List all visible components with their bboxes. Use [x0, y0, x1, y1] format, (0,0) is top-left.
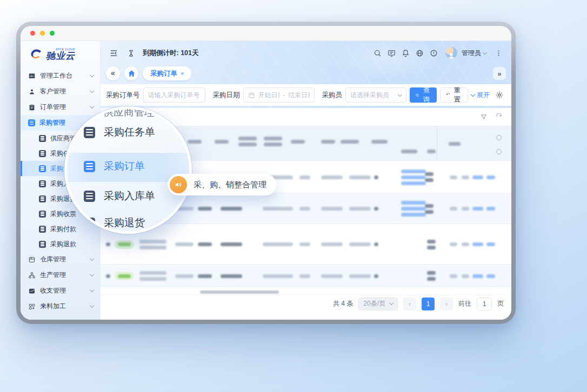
blurred-cell: [221, 207, 242, 211]
column-settings-icon: [496, 149, 502, 154]
double-chevron-right-icon: »: [497, 70, 501, 78]
order-no-input[interactable]: [143, 87, 205, 103]
reset-button[interactable]: 重置: [440, 87, 468, 103]
magnifier-overlay: 供应商管理 采购任务单 采购订单 采购入库单 采购退货: [64, 106, 192, 234]
blurred-cell: [349, 274, 371, 278]
reset-icon: [446, 92, 450, 98]
filter-bar: 采购订单号 采购日期 开始日期 - 结束日期 采购员 请选择采购员: [101, 84, 511, 106]
date-range-input[interactable]: 开始日期 - 结束日期: [243, 87, 315, 103]
goto-page-input[interactable]: [477, 298, 492, 310]
list-icon: [84, 191, 95, 202]
blurred-cell: [401, 170, 426, 173]
goto-label: 前往: [458, 299, 471, 308]
date-end-placeholder: 结束日期: [288, 91, 310, 100]
blurred-cell: [462, 207, 469, 211]
sidebar-item-warehouse[interactable]: 仓库管理: [21, 252, 100, 267]
column-settings-icon: [496, 135, 502, 140]
blurred-cell: [321, 140, 335, 144]
blurred-cell: [486, 175, 495, 179]
sidebar-item-finance[interactable]: 收支管理: [21, 283, 100, 299]
buyer-select[interactable]: 请选择采购员: [345, 87, 406, 103]
customer-icon: [28, 88, 36, 96]
chevron-down-icon: [389, 301, 393, 305]
blurred-cell: [198, 207, 212, 211]
gear-icon[interactable]: [493, 89, 506, 102]
chevron-down-icon: [90, 272, 94, 276]
blurred-cell: [139, 246, 166, 249]
blurred-cell: [263, 274, 293, 278]
blurred-cell: [238, 137, 257, 140]
blurred-cell: [401, 213, 426, 217]
chevron-down-icon: [90, 73, 94, 77]
close-tab-icon[interactable]: ×: [181, 70, 184, 77]
sidebar-item-processing[interactable]: 来料加工: [21, 299, 100, 314]
logo-swoosh-icon: [29, 48, 43, 61]
blurred-cell: [450, 274, 457, 278]
sidebar-item-orders[interactable]: 订单管理: [21, 99, 100, 115]
chevron-down-icon: [90, 104, 94, 109]
date-start-placeholder: 开始日期: [258, 91, 280, 100]
next-page-button[interactable]: ›: [440, 298, 453, 310]
sidebar-item-customers[interactable]: 客户管理: [21, 84, 100, 99]
finance-icon: [28, 287, 36, 295]
expand-filters-button[interactable]: 展开: [471, 91, 490, 100]
blurred-cell: [215, 140, 229, 144]
close-window-icon[interactable]: [30, 31, 35, 36]
magnifier-item-purchase-task[interactable]: 采购任务单: [84, 125, 155, 139]
user-avatar[interactable]: [445, 47, 457, 59]
blurred-cell: [401, 181, 426, 185]
home-tab-button[interactable]: [124, 66, 138, 80]
info-icon[interactable]: [427, 46, 440, 59]
blurred-cell: [427, 246, 436, 249]
sidebar-item-purchase-refunds[interactable]: 采购退款: [21, 236, 100, 252]
minimize-window-icon[interactable]: [40, 31, 45, 36]
globe-icon[interactable]: [413, 46, 426, 59]
sidebar-item-dashboard[interactable]: 管理工作台: [21, 68, 100, 84]
search-icon: [415, 92, 419, 98]
blurred-cell: [198, 274, 212, 278]
tab-bar: « 采购订单 × »: [101, 65, 511, 82]
search-button[interactable]: 查询: [410, 87, 437, 103]
blurred-cell: [321, 207, 343, 211]
horizontal-scrollbar[interactable]: [200, 290, 279, 294]
magnifier-item-purchase-inbound[interactable]: 采购入库单: [84, 189, 155, 203]
tabs-forward-button[interactable]: »: [493, 67, 506, 80]
sidebar-item-production[interactable]: 生产管理: [21, 267, 100, 283]
blurred-cell: [321, 175, 343, 179]
blurred-cell: [221, 242, 242, 246]
current-page-button[interactable]: 1: [422, 298, 435, 310]
pagination-total: 共 4 条: [333, 299, 353, 308]
page-size-select[interactable]: 20条/页: [358, 298, 398, 310]
blurred-cell: [449, 142, 461, 146]
kebab-menu-icon[interactable]: [492, 46, 505, 59]
blurred-cell: [321, 242, 343, 246]
blurred-cell: [427, 240, 436, 244]
blurred-cell: [349, 242, 371, 246]
topbar: 到期倒计时: 101天 管理员: [101, 41, 511, 65]
chevron-down-icon: [90, 89, 94, 93]
prev-page-button[interactable]: ‹: [403, 298, 416, 310]
magnifier-item-purchase-order[interactable]: 采购订单: [84, 159, 145, 173]
blurred-cell: [486, 207, 495, 211]
blurred-cell: [299, 274, 310, 278]
blurred-cell: [264, 143, 282, 146]
tabs-back-button[interactable]: «: [106, 66, 120, 80]
blurred-cell: [472, 207, 483, 211]
username[interactable]: 管理员: [462, 49, 481, 58]
sidebar-item-purchase-payments[interactable]: 采购付款: [21, 221, 100, 236]
message-icon[interactable]: [385, 46, 398, 59]
list-icon: [39, 135, 46, 142]
double-chevron-left-icon: «: [111, 69, 115, 77]
tab-purchase-orders[interactable]: 采购订单 ×: [143, 66, 191, 80]
chevron-down-icon[interactable]: [483, 50, 487, 54]
blurred-cell: [198, 242, 212, 246]
blurred-cell: [425, 178, 433, 182]
bell-icon[interactable]: [399, 46, 412, 59]
search-icon[interactable]: [371, 46, 384, 59]
collapse-menu-icon[interactable]: [107, 46, 120, 59]
maximize-window-icon[interactable]: [50, 31, 55, 36]
speaker-icon: [170, 176, 187, 193]
blurred-cell: [450, 207, 457, 211]
blurred-cell: [299, 207, 310, 211]
blurred-cell: [486, 242, 495, 246]
